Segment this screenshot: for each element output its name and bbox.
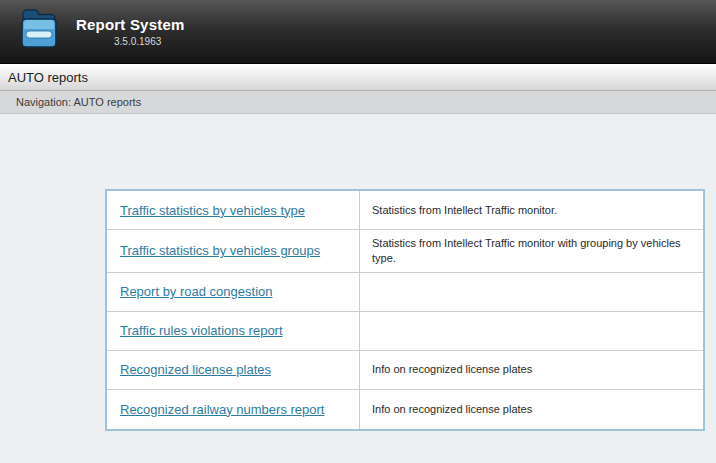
report-description: Statistics from Intellect Traffic monito… [360, 191, 703, 229]
app-version: 3.5.0.1963 [114, 36, 184, 47]
report-link-traffic-statistics-by-vehicles-groups[interactable]: Traffic statistics by vehicles groups [120, 243, 320, 258]
folder-icon [19, 8, 59, 56]
report-link-traffic-rules-violations-report[interactable]: Traffic rules violations report [120, 323, 283, 338]
report-description-text: Statistics from Intellect Traffic monito… [372, 236, 691, 266]
report-description: Info on recognized license plates [360, 351, 703, 389]
title-block: Report System 3.5.0.1963 [76, 16, 184, 47]
report-link-cell: Report by road congestion [107, 273, 360, 311]
main-content: Traffic statistics by vehicles type Stat… [0, 114, 716, 431]
table-row: Recognized license plates Info on recogn… [107, 351, 703, 390]
navigation-bar: Navigation: AUTO reports [0, 91, 716, 114]
report-table: Traffic statistics by vehicles type Stat… [105, 189, 705, 431]
app-logo [18, 8, 60, 56]
section-title: AUTO reports [8, 70, 88, 85]
report-description-text: Info on recognized license plates [372, 362, 532, 377]
report-description-text: Info on recognized license plates [372, 402, 532, 417]
app-header: Report System 3.5.0.1963 [0, 0, 716, 64]
report-description [360, 273, 703, 311]
table-row: Recognized railway numbers report Info o… [107, 390, 703, 429]
report-link-cell: Recognized railway numbers report [107, 390, 360, 429]
report-description: Info on recognized license plates [360, 390, 703, 429]
report-link-recognized-railway-numbers-report[interactable]: Recognized railway numbers report [120, 402, 324, 417]
report-link-traffic-statistics-by-vehicles-type[interactable]: Traffic statistics by vehicles type [120, 203, 305, 218]
report-link-recognized-license-plates[interactable]: Recognized license plates [120, 362, 271, 377]
app-title: Report System [76, 16, 184, 33]
table-row: Traffic rules violations report [107, 312, 703, 351]
section-bar: AUTO reports [0, 64, 716, 91]
table-row: Report by road congestion [107, 273, 703, 312]
table-row: Traffic statistics by vehicles groups St… [107, 230, 703, 273]
report-link-report-by-road-congestion[interactable]: Report by road congestion [120, 284, 272, 299]
breadcrumb: Navigation: AUTO reports [16, 96, 141, 108]
report-link-cell: Traffic statistics by vehicles groups [107, 230, 360, 272]
table-row: Traffic statistics by vehicles type Stat… [107, 191, 703, 230]
report-description [360, 312, 703, 350]
report-link-cell: Traffic statistics by vehicles type [107, 191, 360, 229]
report-link-cell: Traffic rules violations report [107, 312, 360, 350]
report-description: Statistics from Intellect Traffic monito… [360, 230, 703, 272]
report-description-text: Statistics from Intellect Traffic monito… [372, 203, 557, 218]
report-link-cell: Recognized license plates [107, 351, 360, 389]
